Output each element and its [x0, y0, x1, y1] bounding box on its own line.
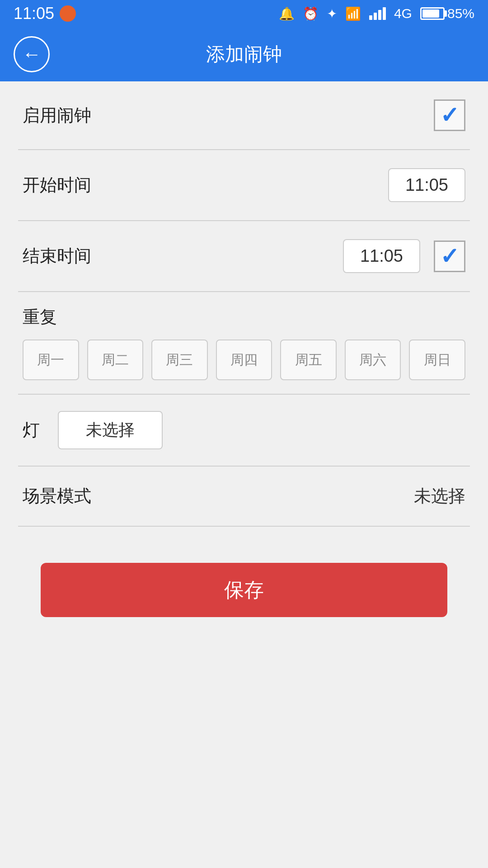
status-left: 11:05 [14, 4, 76, 23]
repeat-label: 重复 [23, 306, 465, 329]
light-select-button[interactable]: 未选择 [58, 411, 163, 449]
bluetooth-icon: ✦ [327, 6, 337, 21]
weekday-mon[interactable]: 周一 [23, 340, 79, 380]
battery-fill [422, 9, 439, 18]
network-label: 4G [394, 6, 412, 21]
start-time-label: 开始时间 [23, 174, 91, 197]
alarm-icon: ⏰ [303, 6, 319, 21]
end-time-right: 11:05 [343, 239, 465, 273]
app-title: 添加闹钟 [206, 42, 282, 67]
save-button[interactable]: 保存 [41, 563, 447, 617]
status-right: 🔔 ⏰ ✦ 📶 4G 85% [279, 6, 474, 21]
light-label: 灯 [23, 419, 40, 442]
status-bar: 11:05 🔔 ⏰ ✦ 📶 4G 85% [0, 0, 488, 27]
battery-icon [420, 7, 445, 20]
scene-mode-value: 未选择 [414, 485, 465, 508]
weekday-wed[interactable]: 周三 [151, 340, 208, 380]
weekday-fri[interactable]: 周五 [280, 340, 337, 380]
light-row: 灯 未选择 [18, 395, 470, 467]
end-time-label: 结束时间 [23, 245, 91, 268]
back-button[interactable]: ← [14, 36, 50, 72]
app-bar: ← 添加闹钟 [0, 27, 488, 81]
content-area: 启用闹钟 开始时间 11:05 结束时间 11:05 重复 周一 周二 周三 周… [0, 81, 488, 617]
wifi-icon: 📶 [345, 6, 361, 21]
end-time-row: 结束时间 11:05 [18, 221, 470, 292]
weekday-tue[interactable]: 周二 [87, 340, 144, 380]
weekdays-row: 周一 周二 周三 周四 周五 周六 周日 [23, 340, 465, 394]
start-time-row: 开始时间 11:05 [18, 150, 470, 221]
end-time-button[interactable]: 11:05 [343, 239, 420, 273]
enable-alarm-label: 启用闹钟 [23, 104, 91, 127]
enable-alarm-row: 启用闹钟 [18, 81, 470, 150]
repeat-section: 重复 周一 周二 周三 周四 周五 周六 周日 [18, 292, 470, 395]
scene-mode-row[interactable]: 场景模式 未选择 [18, 467, 470, 527]
save-area: 保存 [18, 563, 470, 617]
end-time-checkbox[interactable] [434, 241, 465, 272]
bell-icon: 🔔 [279, 6, 295, 21]
weekday-sun[interactable]: 周日 [409, 340, 465, 380]
scene-mode-label: 场景模式 [23, 485, 91, 508]
status-dot [60, 5, 76, 22]
battery-percent: 85% [447, 6, 474, 21]
weekday-sat[interactable]: 周六 [345, 340, 401, 380]
weekday-thu[interactable]: 周四 [216, 340, 272, 380]
enable-alarm-checkbox[interactable] [434, 99, 465, 131]
battery: 85% [420, 6, 474, 21]
signal-icon [369, 7, 386, 20]
back-arrow-icon: ← [22, 45, 41, 64]
status-time: 11:05 [14, 4, 54, 23]
start-time-button[interactable]: 11:05 [388, 168, 465, 202]
